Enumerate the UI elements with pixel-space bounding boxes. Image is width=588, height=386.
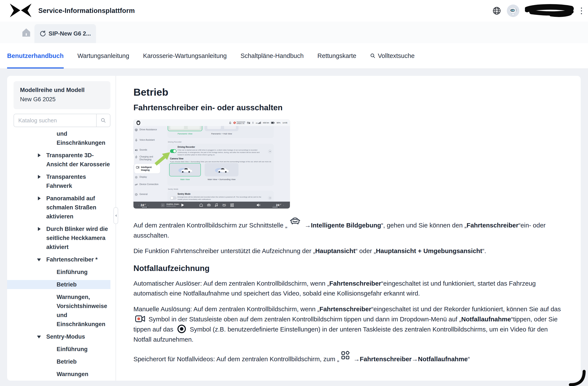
tree-item-warnungen-vorsichtshinweise-und-einschrä[interactable]: Warnungen, Vorsichtshinweise und Einschr… [7,293,110,329]
temp-up-chevron[interactable]: › [148,204,148,206]
driving-recorder-chevron[interactable] [268,150,272,153]
infotainment-screenshot: Panoramic ViewPanoramic + Hub View Drivi… [133,119,290,208]
section-heading-1: Fahrtenschreiber ein- oder ausschalten [133,103,567,112]
view-360-icon[interactable]: 360 [222,203,226,207]
nav-tab-karosserie-wartungsanleitung[interactable]: Karosserie-Wartungsanleitung [143,43,227,68]
chevron-right-icon[interactable] [38,196,41,200]
tree-item-einführung[interactable]: Einführung [7,268,110,276]
airbag-icon [233,121,236,124]
sounds-icon [135,149,138,152]
robot-avatar-icon [507,4,519,17]
home-icon[interactable] [199,203,203,207]
camera-view-option-card[interactable] [205,163,238,176]
emphasis-text: Fahrtenschreiber [319,305,371,313]
paragraph: Speicherort für Notfallvideos: Auf dem z… [133,351,567,364]
body-text: Speicherort für Notfallvideos: Auf dem z… [133,355,339,363]
chevron-down-icon[interactable] [37,336,41,338]
tree-item-durch-blinker-wird-die-seitliche-heckkam[interactable]: Durch Blinker wird die seitliche Heckkam… [7,225,110,251]
camera-view-desc: If you choose Main View + Surrounding Vi… [170,160,271,163]
sentry-section-label: Sentry Mode [168,188,178,190]
settings-menu-label: Intelligent Imaging [141,166,158,171]
paragraph: Automatischer Auslöser: Auf dem zentrale… [133,278,567,298]
battery-icon [271,122,275,124]
sentry-chevron[interactable] [268,196,272,200]
temp-down-chevron[interactable]: ‹ [273,204,274,206]
tree-item-und-einschränkungen[interactable]: und Einschränkungen [7,129,110,147]
settings-menu-display[interactable]: Display [135,176,159,179]
nav-tab-benutzerhandbuch[interactable]: Benutzerhandbuch [7,43,64,68]
tree-item-transparentes-fahrwerk[interactable]: Transparentes Fahrwerk [7,172,110,190]
chevron-down-icon[interactable] [37,258,41,261]
settings-menu-label: Voice Assistant [140,138,155,141]
settings-menu-voice-assistant[interactable]: Voice Assistant [135,138,159,142]
range-value: 435 km [263,122,269,124]
document-tab[interactable]: SIP-New G6 2... [34,24,96,43]
chevron-right-icon[interactable] [38,175,41,179]
tree-item-label: Transparentes Fahrwerk [46,172,110,190]
bell-icon[interactable] [229,121,231,124]
settings-menu-device-connection[interactable]: Device Connection [135,183,159,186]
tree-item-warnungen[interactable]: Warnungen [7,370,110,379]
redacted-username-scribble [525,4,574,18]
temp-up-chevron[interactable]: › [283,204,284,206]
tree-item-panoramabild-auf-schmalen-straßen-aktivi[interactable]: Panoramabild auf schmalen Straßen aktivi… [7,194,110,221]
home-icon[interactable] [21,27,32,38]
chevron-right-icon[interactable] [38,227,41,231]
music-note-icon[interactable] [215,203,218,207]
nav-tab-wartungsanleitung[interactable]: Wartungsanleitung [78,43,129,68]
tree-item-label: und Einschränkungen [57,129,110,147]
car-brand-icon [136,121,140,125]
camera-view-option-card[interactable] [169,163,201,176]
sidebar-collapse-handle[interactable] [113,207,118,224]
sentry-toggle[interactable] [170,196,176,200]
apps-grid-icon[interactable] [230,203,234,207]
emphasis-text: Hauptansicht + Umgebungsansicht [376,247,482,254]
nav-tab-label: Volltextsuche [378,52,415,59]
content-panel: Modellreihe und Modell New G6 2025 und E… [7,76,581,381]
article: Betrieb Fahrtenschreiber ein- oder aussc… [133,76,567,112]
nav-tab-volltextsuche[interactable]: Volltextsuche [370,43,415,68]
nav-tab-rettungskarte[interactable]: Rettungskarte [317,43,357,68]
nav-tab-label: Schaltpläne-Handbuch [240,52,303,59]
settings-menu-label: Device Connection [140,183,158,186]
catalog-search-input[interactable] [14,114,96,127]
play-icon[interactable] [181,204,184,206]
language-globe-icon[interactable] [492,6,501,15]
kebab-menu-icon[interactable] [580,6,583,16]
tree-item-fahrtenschreiber-[interactable]: Fahrtenschreiber * [7,255,110,264]
document-tabstrip: SIP-New G6 2... [0,22,588,43]
tree-item-sentry-modus[interactable]: Sentry-Modus [7,332,110,341]
chevron-right-icon[interactable] [38,153,41,157]
media-widget[interactable]: Anytime, Anyw.. Desired Audio [166,203,180,207]
page-title: Service-Informationsplattform [38,0,135,22]
paragraph: Manuelle Auslösung: Auf dem zentralen Ko… [133,304,567,344]
pen-mark-annotation [564,367,588,386]
temp-down-chevron[interactable]: ‹ [138,204,139,206]
avatar[interactable] [507,4,519,17]
display-icon [135,176,138,179]
driving-recorder-card: Driving Recorder If the car is started a… [168,144,274,186]
tree-item-einführung[interactable]: Einführung [7,345,110,354]
tree-item-betrieb[interactable]: Betrieb [7,357,110,366]
passenger-airbag-indicator: PASSENGERAIRBAG ON [233,121,245,124]
refresh-icon[interactable] [40,30,46,37]
sentry-title: Sentry Mode [178,193,190,195]
settings-menu-general[interactable]: General [135,193,159,196]
settings-menu-driver-assistance[interactable]: Driver Assistance [135,128,159,131]
charging-icon [135,156,138,159]
passenger-temperature: 24.0° [276,204,281,206]
tree-item-label: Durch Blinker wird die seitliche Heckkam… [46,225,110,251]
body-text: → [352,355,360,363]
camera-view-option-label: Main View [169,178,201,181]
emphasis-text: Hauptansicht [315,247,355,254]
tree-item-transparente-3d-ansicht-der-karosserie[interactable]: Transparente 3D-Ansicht der Karosserie [7,151,110,169]
car-icon[interactable] [207,203,211,207]
tree-item-betrieb[interactable]: Betrieb [7,280,110,289]
signal-icon: 4G [256,122,261,124]
sentry-desc: Emergencies will be detected and recorde… [178,196,264,201]
volume-icon[interactable] [257,204,260,206]
catalog-search-button[interactable] [96,114,110,127]
driving-recorder-desc: If the car is started and an USB drive i… [178,149,264,156]
manual-nav: BenutzerhandbuchWartungsanleitungKarosse… [0,43,588,69]
nav-tab-schaltpläne-handbuch[interactable]: Schaltpläne-Handbuch [240,43,303,68]
